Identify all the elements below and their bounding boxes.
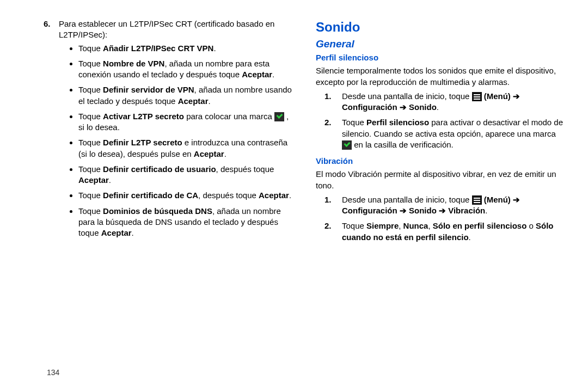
heading-general: General: [316, 37, 566, 51]
bullet-3: Toque Definir servidor de VPN, añada un …: [78, 84, 294, 107]
vibracion-steps: Desde una pantalla de inicio, toque (Men…: [316, 194, 566, 243]
arrow-icon: ➔: [400, 206, 407, 215]
bullet-4: Toque Activar L2TP secreto para colocar …: [78, 111, 294, 133]
arrow-icon: ➔: [513, 195, 520, 204]
menu-icon: [472, 195, 482, 205]
perfil-step-1: Desde una pantalla de inicio, toque (Men…: [340, 91, 566, 113]
heading-perfil-silencioso: Perfil silencioso: [316, 52, 566, 63]
arrow-icon: ➔: [513, 91, 520, 101]
bullet-list: Toque Añadir L2TP/IPSec CRT VPN. Toque N…: [59, 43, 294, 239]
page-number: 134: [47, 368, 59, 377]
vibracion-step-1: Desde una pantalla de inicio, toque (Men…: [340, 194, 566, 217]
vibracion-step-2: Toque Siempre, Nunca, Sólo en perfil sil…: [340, 220, 566, 243]
checkmark-icon: [274, 112, 284, 121]
checkmark-icon: [342, 140, 352, 150]
bullet-8: Toque Dominios de búsqueda DNS, añada un…: [78, 206, 294, 239]
bullet-6: Toque Definir certificado de usuario, de…: [78, 164, 294, 186]
arrow-icon: ➔: [439, 206, 446, 215]
heading-vibracion: Vibración: [316, 156, 566, 167]
bullet-1: Toque Añadir L2TP/IPSec CRT VPN.: [78, 43, 294, 54]
menu-icon: [472, 92, 482, 101]
bullet-2: Toque Nombre de VPN, añada un nombre par…: [78, 58, 294, 81]
step-number: 6.: [44, 19, 59, 243]
bullet-7: Toque Definir certificado de CA, después…: [78, 190, 294, 201]
perfil-step-2: Toque Perfil silencioso para activar o d…: [340, 117, 566, 150]
perfil-silencioso-steps: Desde una pantalla de inicio, toque (Men…: [316, 91, 566, 150]
perfil-silencioso-desc: Silencie temporalmente todos los sonidos…: [316, 65, 566, 88]
bullet-5: Toque Definir L2TP secreto e introduzca …: [78, 137, 294, 160]
heading-sonido: Sonido: [316, 19, 566, 36]
step-6: 6. Para establecer un L2TP/IPSec CRT (ce…: [44, 19, 294, 243]
vibracion-desc: El modo Vibración permite al dispositivo…: [316, 169, 566, 191]
step-6-lead: Para establecer un L2TP/IPSec CRT (certi…: [59, 19, 274, 39]
arrow-icon: ➔: [400, 102, 407, 112]
